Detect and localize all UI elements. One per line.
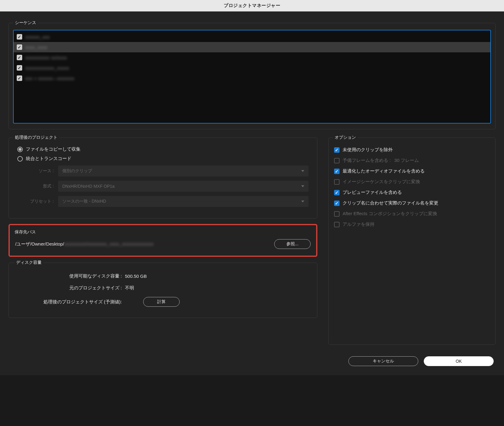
option-checkbox bbox=[334, 211, 340, 217]
option-label: 予備フレームを含める : bbox=[343, 158, 391, 163]
sequence-group-label: シーケンス bbox=[13, 20, 38, 26]
destination-label: 保存先パス bbox=[14, 228, 312, 239]
option-rename_media[interactable]: ✓クリップ名に合わせて実際のファイル名を変更 bbox=[333, 198, 491, 208]
sequence-row[interactable]: ✓xxxxxxxxxx xx/xxxx bbox=[14, 52, 490, 63]
option-include_handles: 予備フレームを含める :30 フレーム bbox=[333, 155, 491, 166]
option-checkbox[interactable]: ✓ bbox=[334, 169, 340, 174]
sequence-checkbox[interactable]: ✓ bbox=[17, 55, 22, 60]
radio-label: ファイルをコピーして収集 bbox=[26, 146, 81, 152]
calculate-button[interactable]: 計算 bbox=[143, 297, 180, 307]
source-label: ソース : bbox=[17, 168, 54, 174]
resulting-project-label: 処理後のプロジェクト bbox=[13, 135, 59, 140]
disk-available-value: 500.50 GB bbox=[125, 274, 147, 279]
sequence-group: シーケンス ✓xxxxxx_xxx✓xxxx_xxxx✓xxxxxxxxxx x… bbox=[9, 20, 495, 129]
option-checkbox bbox=[334, 179, 340, 185]
browse-button[interactable]: 参照... bbox=[274, 239, 311, 249]
sequence-checkbox[interactable]: ✓ bbox=[17, 75, 22, 81]
option-label: 未使用のクリップを除外 bbox=[343, 147, 393, 153]
option-label: After Effects コンポジションをクリップに変換 bbox=[343, 211, 437, 217]
dialog-button-bar: キャンセル OK bbox=[9, 350, 495, 368]
preset-label: プリセット : bbox=[17, 199, 54, 204]
dialog-titlebar: プロジェクトマネージャー bbox=[0, 0, 504, 12]
option-img_seq_to_clip: イメージシーケンスをクリップに変換 bbox=[333, 176, 491, 187]
option-checkbox bbox=[334, 222, 340, 227]
sequence-checkbox[interactable]: ✓ bbox=[17, 34, 22, 40]
sequence-checkbox[interactable]: ✓ bbox=[17, 65, 22, 71]
option-label: クリップ名に合わせて実際のファイル名を変更 bbox=[343, 200, 438, 206]
sequence-row[interactable]: ✓xxxxxxxxxxxx_xxxxx bbox=[14, 63, 490, 73]
radio-consolidate-transcode[interactable]: 統合とトランスコード bbox=[13, 154, 313, 163]
chevron-down-icon bbox=[301, 185, 304, 187]
disk-available-label: 使用可能なディスク容量 : bbox=[16, 273, 122, 279]
disk-space-label: ディスク容量 bbox=[14, 260, 43, 265]
chevron-down-icon bbox=[301, 170, 304, 172]
sequence-row[interactable]: ✓xxx + xxxxxx—xxxxxxx bbox=[14, 73, 490, 83]
option-checkbox[interactable]: ✓ bbox=[334, 147, 340, 153]
options-label: オプション bbox=[333, 135, 358, 140]
path-visible: /ユーザ/Owner/Desktop/ bbox=[15, 241, 64, 247]
ok-button[interactable]: OK bbox=[424, 356, 494, 366]
radio-collect-copy[interactable]: ファイルをコピーして収集 bbox=[13, 145, 313, 154]
radio-icon bbox=[17, 147, 23, 152]
dropdown-value: 個別のクリップ bbox=[62, 168, 92, 174]
format-label: 形式 : bbox=[17, 183, 54, 189]
dropdown-value: DNxHR/DNxHD MXF OP1a bbox=[62, 184, 115, 189]
path-redacted: xxxxxxxxx/xxxxxxxx_xxxx_xxxxxxxxxxxxx bbox=[64, 241, 154, 246]
sequence-listbox[interactable]: ✓xxxxxx_xxx✓xxxx_xxxx✓xxxxxxxxxx xx/xxxx… bbox=[13, 30, 491, 124]
disk-resulting-label: 処理後のプロジェクトサイズ (予測値): bbox=[16, 299, 122, 305]
option-checkbox[interactable]: ✓ bbox=[334, 201, 340, 206]
option-label: アルファを保持 bbox=[343, 222, 375, 227]
dialog-title: プロジェクトマネージャー bbox=[224, 3, 280, 9]
disk-original-label: 元のプロジェクトサイズ : bbox=[16, 285, 122, 291]
disk-original-value: 不明 bbox=[125, 285, 134, 291]
radio-label: 統合とトランスコード bbox=[26, 156, 71, 162]
chevron-down-icon bbox=[301, 201, 304, 202]
dropdown-value: ソースの一致 - DNxHD bbox=[62, 199, 106, 204]
sequence-row[interactable]: ✓xxxx_xxxx bbox=[14, 42, 490, 52]
option-preserve_alpha: アルファを保持 bbox=[333, 219, 491, 230]
sequence-name: xxxxxxxxxx xx/xxxx bbox=[25, 55, 67, 60]
option-include_preview[interactable]: ✓プレビューファイルを含める bbox=[333, 187, 491, 198]
option-label: イメージシーケンスをクリップに変換 bbox=[343, 179, 420, 185]
format-dropdown: DNxHR/DNxHD MXF OP1a bbox=[58, 181, 309, 192]
source-dropdown: 個別のクリップ bbox=[58, 166, 309, 176]
options-group: オプション ✓未使用のクリップを除外予備フレームを含める :30 フレーム✓最適… bbox=[328, 135, 495, 345]
sequence-name: xxx + xxxxxx—xxxxxxx bbox=[25, 76, 74, 81]
cancel-button[interactable]: キャンセル bbox=[348, 356, 418, 366]
destination-path: /ユーザ/Owner/Desktop/xxxxxxxxx/xxxxxxxx_xx… bbox=[15, 241, 269, 247]
sequence-name: xxxx_xxxx bbox=[25, 45, 47, 50]
option-ae_comp_to_clip: After Effects コンポジションをクリップに変換 bbox=[333, 208, 491, 219]
radio-icon bbox=[17, 156, 23, 162]
dialog-body: シーケンス ✓xxxxxx_xxx✓xxxx_xxxx✓xxxxxxxxxx x… bbox=[0, 12, 504, 375]
option-checkbox[interactable]: ✓ bbox=[334, 190, 340, 195]
option-exclude_unused[interactable]: ✓未使用のクリップを除外 bbox=[333, 145, 491, 155]
sequence-checkbox[interactable]: ✓ bbox=[17, 44, 22, 50]
option-include_audio_conform[interactable]: ✓最適化したオーディオファイルを含める bbox=[333, 166, 491, 176]
destination-path-group: 保存先パス /ユーザ/Owner/Desktop/xxxxxxxxx/xxxxx… bbox=[9, 224, 317, 257]
option-extra: 30 フレーム bbox=[394, 158, 419, 163]
option-label: プレビューファイルを含める bbox=[343, 190, 402, 195]
preset-dropdown: ソースの一致 - DNxHD bbox=[58, 196, 309, 207]
resulting-project-group: 処理後のプロジェクト ファイルをコピーして収集 統合とトランスコード ソース :… bbox=[9, 135, 317, 218]
sequence-name: xxxxxxxxxxxx_xxxxx bbox=[25, 65, 69, 71]
option-checkbox bbox=[334, 158, 340, 163]
sequence-row[interactable]: ✓xxxxxx_xxx bbox=[14, 32, 490, 42]
disk-space-group: ディスク容量 使用可能なディスク容量 : 500.50 GB 元のプロジェクトサ… bbox=[9, 260, 317, 318]
sequence-name: xxxxxx_xxx bbox=[25, 34, 50, 40]
option-label: 最適化したオーディオファイルを含める bbox=[343, 168, 425, 174]
